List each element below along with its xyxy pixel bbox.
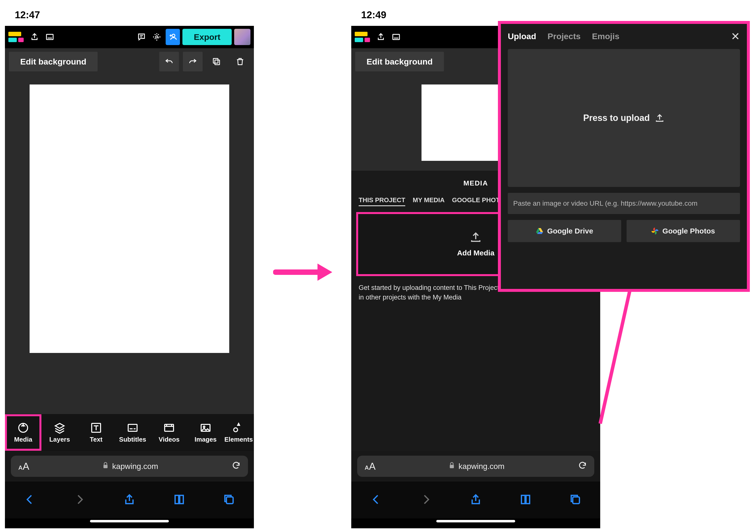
svg-rect-47 [450,465,454,468]
svg-rect-28 [103,465,108,468]
tab-text[interactable]: Text [78,415,114,450]
tab-images[interactable]: Images [187,415,224,450]
media-panel-title: MEDIA [463,179,488,187]
callout-connector [598,291,642,426]
canvas-area[interactable] [5,75,254,414]
popup-tab-emojis[interactable]: Emojis [592,32,619,41]
svg-rect-48 [573,497,580,504]
svg-rect-8 [46,35,53,40]
edit-toolbar: Edit background [5,48,254,75]
upload-icon [655,113,664,123]
google-drive-label: Google Drive [547,227,593,235]
tab-label: Videos [159,436,180,443]
nav-forward-icon [420,493,432,507]
upload-icon [470,231,482,244]
google-photos-icon [652,228,659,235]
google-photos-button[interactable]: Google Photos [627,220,740,242]
bottom-tool-tabs: Media Layers Text Subtitles Videos Image… [5,414,254,451]
reload-icon[interactable] [578,461,587,472]
add-user-button[interactable] [166,29,180,45]
copy-button[interactable] [206,52,226,71]
reload-icon[interactable] [232,461,241,472]
add-media-label: Add Media [457,249,495,257]
popup-tab-projects[interactable]: Projects [548,32,580,41]
svg-rect-29 [227,497,233,504]
home-indicator [5,519,254,528]
tab-label: Subtitles [119,436,146,443]
url-field[interactable]: ᴀA kapwing.com [357,456,594,477]
caption-card-icon[interactable] [43,31,56,43]
nav-bookmarks-icon[interactable] [173,493,185,507]
nav-tabs-icon[interactable] [569,493,581,507]
safari-bottom-nav [351,482,600,519]
nav-forward-icon [73,493,86,507]
tab-label: Layers [49,436,70,443]
safari-url-bar: ᴀA kapwing.com [351,451,600,482]
tab-this-project[interactable]: THIS PROJECT [359,196,405,206]
nav-share-icon[interactable] [123,493,136,507]
canvas[interactable] [30,85,229,353]
google-photos-label: Google Photos [662,227,715,235]
redo-button[interactable] [183,52,202,71]
caption-card-icon[interactable] [390,31,402,43]
edit-background-button[interactable]: Edit background [9,52,97,71]
close-icon[interactable]: ✕ [731,30,740,43]
phone-screenshot-1: 12:47 Export Edit back [5,4,254,528]
nav-bookmarks-icon[interactable] [519,493,532,507]
popup-tab-upload[interactable]: Upload [508,32,536,41]
user-avatar[interactable] [234,29,251,45]
home-indicator [351,519,600,528]
tab-my-media[interactable]: MY MEDIA [413,196,445,206]
safari-url-bar: ᴀA kapwing.com [5,451,254,482]
tab-elements[interactable]: Elements [224,415,254,450]
edit-background-button[interactable]: Edit background [355,52,444,71]
share-icon[interactable] [374,31,387,43]
svg-rect-39 [393,35,400,40]
lock-icon [449,462,454,471]
text-size-icon[interactable]: ᴀA [364,461,376,472]
upload-popup: Upload Projects Emojis ✕ Press to upload… [498,21,750,292]
paste-url-input[interactable]: Paste an image or video URL (e.g. https:… [508,193,740,214]
delete-button[interactable] [230,52,250,71]
export-button[interactable]: Export [182,29,232,45]
tab-subtitles[interactable]: Subtitles [114,415,151,450]
url-field[interactable]: ᴀA kapwing.com [11,456,248,477]
svg-rect-22 [165,424,174,431]
nav-tabs-icon[interactable] [223,493,235,507]
svg-rect-19 [128,424,137,431]
share-icon[interactable] [28,31,41,43]
arrow-icon [273,261,335,283]
svg-point-12 [156,36,158,38]
tab-label: Images [195,436,217,443]
app-toolbar: Export [5,26,254,48]
text-size-icon[interactable]: ᴀA [18,461,29,472]
tab-media[interactable]: Media [5,414,41,451]
comment-icon[interactable] [135,31,148,43]
url-domain: kapwing.com [458,462,504,471]
svg-rect-16 [215,60,220,65]
tab-label: Media [14,436,32,443]
tab-label: Text [90,436,102,443]
google-drive-icon [536,228,543,234]
svg-point-13 [172,34,175,37]
google-drive-button[interactable]: Google Drive [508,220,621,242]
nav-back-icon[interactable] [370,493,382,507]
kapwing-logo-icon[interactable] [8,30,26,44]
press-to-upload-label: Press to upload [583,113,650,123]
tab-label: Elements [224,436,253,443]
undo-button[interactable] [159,52,179,71]
lock-icon [103,462,108,471]
svg-point-27 [203,426,205,427]
url-domain: kapwing.com [112,462,158,471]
safari-bottom-nav [5,482,254,519]
tab-layers[interactable]: Layers [41,415,78,450]
nav-back-icon[interactable] [24,493,36,507]
settings-gear-icon[interactable] [150,31,163,43]
ios-status-bar: 12:47 [5,4,254,26]
press-to-upload-area[interactable]: Press to upload [508,49,740,187]
nav-share-icon[interactable] [470,493,482,507]
tab-videos[interactable]: Videos [151,415,187,450]
status-time: 12:47 [15,9,40,20]
kapwing-logo-icon[interactable] [355,30,372,44]
svg-rect-17 [213,58,218,63]
